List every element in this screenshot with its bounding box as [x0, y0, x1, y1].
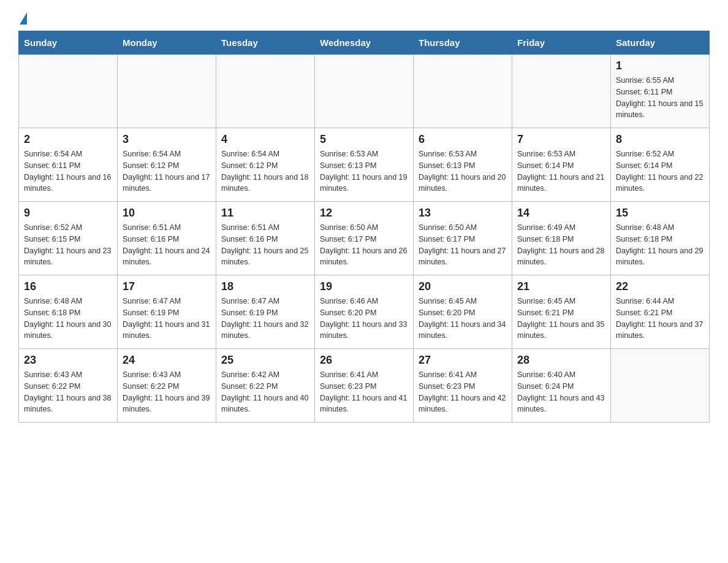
calendar-day-cell: 15Sunrise: 6:48 AM Sunset: 6:18 PM Dayli…: [611, 202, 710, 275]
day-info: Sunrise: 6:54 AM Sunset: 6:11 PM Dayligh…: [24, 148, 112, 194]
logo: [18, 12, 27, 25]
calendar-day-cell: 21Sunrise: 6:45 AM Sunset: 6:21 PM Dayli…: [512, 275, 611, 349]
calendar-day-cell: 12Sunrise: 6:50 AM Sunset: 6:17 PM Dayli…: [315, 202, 414, 275]
day-number: 14: [517, 207, 605, 220]
day-info: Sunrise: 6:47 AM Sunset: 6:19 PM Dayligh…: [123, 296, 211, 342]
day-number: 5: [320, 133, 408, 146]
day-number: 1: [616, 59, 704, 72]
calendar-day-cell: [118, 55, 216, 128]
day-info: Sunrise: 6:53 AM Sunset: 6:13 PM Dayligh…: [320, 148, 408, 194]
calendar-day-cell: 25Sunrise: 6:42 AM Sunset: 6:22 PM Dayli…: [216, 349, 315, 423]
day-number: 26: [320, 354, 408, 367]
day-number: 9: [24, 207, 112, 220]
day-number: 19: [320, 280, 408, 293]
day-number: 18: [221, 280, 309, 293]
weekday-header-monday: Monday: [118, 31, 216, 55]
day-info: Sunrise: 6:51 AM Sunset: 6:16 PM Dayligh…: [123, 222, 211, 268]
day-number: 8: [616, 133, 704, 146]
day-number: 24: [123, 354, 211, 367]
calendar-day-cell: 28Sunrise: 6:40 AM Sunset: 6:24 PM Dayli…: [512, 349, 611, 423]
day-info: Sunrise: 6:54 AM Sunset: 6:12 PM Dayligh…: [221, 148, 309, 194]
calendar-day-cell: [414, 55, 512, 128]
calendar-day-cell: [19, 55, 118, 128]
day-number: 15: [616, 207, 704, 220]
day-number: 7: [517, 133, 605, 146]
calendar-day-cell: 5Sunrise: 6:53 AM Sunset: 6:13 PM Daylig…: [315, 128, 414, 202]
day-info: Sunrise: 6:48 AM Sunset: 6:18 PM Dayligh…: [616, 222, 704, 268]
calendar-day-cell: [611, 349, 710, 423]
calendar-day-cell: [216, 55, 315, 128]
day-info: Sunrise: 6:50 AM Sunset: 6:17 PM Dayligh…: [419, 222, 507, 268]
day-info: Sunrise: 6:46 AM Sunset: 6:20 PM Dayligh…: [320, 296, 408, 342]
calendar-day-cell: [512, 55, 611, 128]
page-header: [18, 12, 710, 25]
day-info: Sunrise: 6:40 AM Sunset: 6:24 PM Dayligh…: [517, 369, 605, 415]
day-number: 22: [616, 280, 704, 293]
calendar-table: SundayMondayTuesdayWednesdayThursdayFrid…: [18, 31, 710, 423]
calendar-day-cell: 26Sunrise: 6:41 AM Sunset: 6:23 PM Dayli…: [315, 349, 414, 423]
calendar-day-cell: 23Sunrise: 6:43 AM Sunset: 6:22 PM Dayli…: [19, 349, 118, 423]
day-number: 12: [320, 207, 408, 220]
day-info: Sunrise: 6:45 AM Sunset: 6:21 PM Dayligh…: [517, 296, 605, 342]
day-number: 4: [221, 133, 309, 146]
day-number: 20: [419, 280, 507, 293]
calendar-day-cell: 4Sunrise: 6:54 AM Sunset: 6:12 PM Daylig…: [216, 128, 315, 202]
calendar-day-cell: 10Sunrise: 6:51 AM Sunset: 6:16 PM Dayli…: [118, 202, 216, 275]
day-info: Sunrise: 6:52 AM Sunset: 6:14 PM Dayligh…: [616, 148, 704, 194]
calendar-day-cell: 7Sunrise: 6:53 AM Sunset: 6:14 PM Daylig…: [512, 128, 611, 202]
day-number: 17: [123, 280, 211, 293]
day-info: Sunrise: 6:49 AM Sunset: 6:18 PM Dayligh…: [517, 222, 605, 268]
weekday-header-friday: Friday: [512, 31, 611, 55]
weekday-header-thursday: Thursday: [414, 31, 512, 55]
day-info: Sunrise: 6:51 AM Sunset: 6:16 PM Dayligh…: [221, 222, 309, 268]
calendar-day-cell: 9Sunrise: 6:52 AM Sunset: 6:15 PM Daylig…: [19, 202, 118, 275]
calendar-week-row: 9Sunrise: 6:52 AM Sunset: 6:15 PM Daylig…: [19, 202, 710, 275]
day-info: Sunrise: 6:44 AM Sunset: 6:21 PM Dayligh…: [616, 296, 704, 342]
day-number: 10: [123, 207, 211, 220]
weekday-header-saturday: Saturday: [611, 31, 710, 55]
calendar-day-cell: 18Sunrise: 6:47 AM Sunset: 6:19 PM Dayli…: [216, 275, 315, 349]
day-number: 27: [419, 354, 507, 367]
day-number: 21: [517, 280, 605, 293]
weekday-header-sunday: Sunday: [19, 31, 118, 55]
day-info: Sunrise: 6:54 AM Sunset: 6:12 PM Dayligh…: [123, 148, 211, 194]
day-number: 28: [517, 354, 605, 367]
calendar-day-cell: 16Sunrise: 6:48 AM Sunset: 6:18 PM Dayli…: [19, 275, 118, 349]
calendar-header-row: SundayMondayTuesdayWednesdayThursdayFrid…: [19, 31, 710, 55]
weekday-header-tuesday: Tuesday: [216, 31, 315, 55]
calendar-day-cell: 1Sunrise: 6:55 AM Sunset: 6:11 PM Daylig…: [611, 55, 710, 128]
day-info: Sunrise: 6:42 AM Sunset: 6:22 PM Dayligh…: [221, 369, 309, 415]
day-number: 6: [419, 133, 507, 146]
day-info: Sunrise: 6:48 AM Sunset: 6:18 PM Dayligh…: [24, 296, 112, 342]
day-info: Sunrise: 6:41 AM Sunset: 6:23 PM Dayligh…: [320, 369, 408, 415]
calendar-week-row: 1Sunrise: 6:55 AM Sunset: 6:11 PM Daylig…: [19, 55, 710, 128]
day-info: Sunrise: 6:53 AM Sunset: 6:13 PM Dayligh…: [419, 148, 507, 194]
calendar-day-cell: 27Sunrise: 6:41 AM Sunset: 6:23 PM Dayli…: [414, 349, 512, 423]
day-info: Sunrise: 6:47 AM Sunset: 6:19 PM Dayligh…: [221, 296, 309, 342]
logo-triangle-icon: [20, 12, 27, 25]
calendar-day-cell: 2Sunrise: 6:54 AM Sunset: 6:11 PM Daylig…: [19, 128, 118, 202]
calendar-day-cell: 17Sunrise: 6:47 AM Sunset: 6:19 PM Dayli…: [118, 275, 216, 349]
calendar-day-cell: 6Sunrise: 6:53 AM Sunset: 6:13 PM Daylig…: [414, 128, 512, 202]
day-number: 16: [24, 280, 112, 293]
calendar-day-cell: [315, 55, 414, 128]
day-info: Sunrise: 6:50 AM Sunset: 6:17 PM Dayligh…: [320, 222, 408, 268]
day-info: Sunrise: 6:41 AM Sunset: 6:23 PM Dayligh…: [419, 369, 507, 415]
day-number: 23: [24, 354, 112, 367]
calendar-day-cell: 13Sunrise: 6:50 AM Sunset: 6:17 PM Dayli…: [414, 202, 512, 275]
day-number: 2: [24, 133, 112, 146]
calendar-day-cell: 14Sunrise: 6:49 AM Sunset: 6:18 PM Dayli…: [512, 202, 611, 275]
calendar-day-cell: 24Sunrise: 6:43 AM Sunset: 6:22 PM Dayli…: [118, 349, 216, 423]
day-info: Sunrise: 6:52 AM Sunset: 6:15 PM Dayligh…: [24, 222, 112, 268]
day-info: Sunrise: 6:43 AM Sunset: 6:22 PM Dayligh…: [123, 369, 211, 415]
day-number: 3: [123, 133, 211, 146]
calendar-week-row: 16Sunrise: 6:48 AM Sunset: 6:18 PM Dayli…: [19, 275, 710, 349]
weekday-header-wednesday: Wednesday: [315, 31, 414, 55]
day-number: 25: [221, 354, 309, 367]
day-info: Sunrise: 6:45 AM Sunset: 6:20 PM Dayligh…: [419, 296, 507, 342]
day-info: Sunrise: 6:43 AM Sunset: 6:22 PM Dayligh…: [24, 369, 112, 415]
calendar-day-cell: 20Sunrise: 6:45 AM Sunset: 6:20 PM Dayli…: [414, 275, 512, 349]
calendar-week-row: 2Sunrise: 6:54 AM Sunset: 6:11 PM Daylig…: [19, 128, 710, 202]
calendar-day-cell: 3Sunrise: 6:54 AM Sunset: 6:12 PM Daylig…: [118, 128, 216, 202]
calendar-day-cell: 8Sunrise: 6:52 AM Sunset: 6:14 PM Daylig…: [611, 128, 710, 202]
